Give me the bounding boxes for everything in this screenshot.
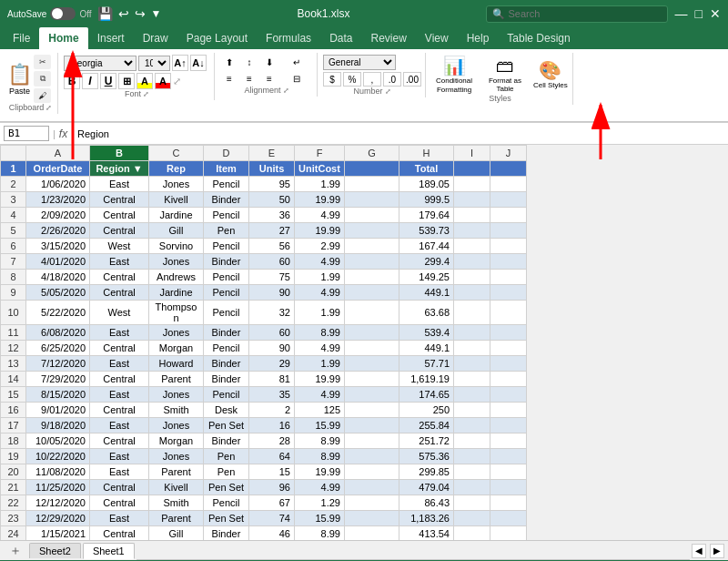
font-expand-icon[interactable]: ⤢ bbox=[143, 90, 149, 98]
sheet-tab-sheet1[interactable]: Sheet1 bbox=[83, 543, 135, 559]
currency-button[interactable]: $ bbox=[323, 72, 341, 87]
format-painter-button[interactable]: 🖌 bbox=[34, 88, 51, 103]
header-rep[interactable]: Rep bbox=[149, 161, 204, 177]
table-row: 4 2/09/2020 Central Jardine Pencil 36 4.… bbox=[1, 208, 527, 223]
clipboard-label: Clipboard ⤢ bbox=[7, 103, 54, 114]
col-header-i[interactable]: I bbox=[454, 146, 490, 161]
formula-input[interactable] bbox=[77, 128, 724, 139]
increase-decimal-button[interactable]: .0 bbox=[383, 72, 401, 87]
tab-data[interactable]: Data bbox=[320, 27, 361, 49]
col-header-g[interactable]: G bbox=[345, 146, 399, 161]
number-format-select[interactable]: General bbox=[323, 55, 396, 70]
search-input[interactable] bbox=[509, 8, 654, 19]
header-units[interactable]: Units bbox=[249, 161, 295, 177]
number-expand-icon[interactable]: ⤢ bbox=[385, 87, 391, 96]
col-header-h[interactable]: H bbox=[399, 146, 454, 161]
font-color-button[interactable]: A bbox=[155, 73, 171, 89]
function-wizard-btn[interactable]: fx bbox=[59, 128, 67, 140]
align-top-button[interactable]: ⬆ bbox=[220, 55, 238, 69]
sheet-tab-sheet2[interactable]: Sheet2 bbox=[29, 543, 81, 558]
conditional-formatting-button[interactable]: 📊 Conditional Formatting bbox=[431, 55, 477, 94]
close-btn[interactable]: ✕ bbox=[710, 6, 721, 21]
font-controls: Georgia 10 A↑ A↓ B I U ⊞ A A ⤢ bbox=[64, 55, 210, 89]
tab-formulas[interactable]: Formulas bbox=[257, 27, 320, 49]
tab-insert[interactable]: Insert bbox=[88, 27, 134, 49]
header-total[interactable]: Total bbox=[399, 161, 454, 177]
percent-button[interactable]: % bbox=[343, 72, 361, 87]
tab-view[interactable]: View bbox=[416, 27, 458, 49]
header-item[interactable]: Item bbox=[204, 161, 249, 177]
cut-button[interactable]: ✂ bbox=[34, 55, 51, 69]
header-region[interactable]: Region ▼ bbox=[90, 161, 149, 177]
data-header-row: 1 OrderDate Region ▼ Rep Item Units Unit… bbox=[1, 161, 527, 177]
decrease-font-button[interactable]: A↓ bbox=[190, 55, 207, 71]
cell-styles-icon: 🎨 bbox=[539, 59, 561, 81]
border-button[interactable]: ⊞ bbox=[118, 73, 135, 89]
italic-button[interactable]: I bbox=[82, 73, 98, 89]
autosave-toggle[interactable]: AutoSave Off bbox=[7, 7, 92, 20]
font-group: Georgia 10 A↑ A↓ B I U ⊞ A A ⤢ bbox=[60, 53, 215, 100]
alignment-top-row: ⬆ ↕ ⬇ ↵ bbox=[220, 55, 313, 69]
bold-button[interactable]: B bbox=[64, 73, 80, 89]
header-orderdate[interactable]: OrderDate bbox=[26, 161, 90, 177]
header-g[interactable] bbox=[345, 161, 399, 177]
col-header-f[interactable]: F bbox=[295, 146, 345, 161]
header-unitcost[interactable]: UnitCost bbox=[295, 161, 345, 177]
format-as-table-button[interactable]: 🗃 Format as Table bbox=[482, 56, 528, 94]
align-bottom-button[interactable]: ⬇ bbox=[260, 55, 278, 69]
align-center-button[interactable]: ≡ bbox=[240, 71, 258, 86]
format-as-table-label: Format as Table bbox=[482, 76, 528, 94]
col-header-j[interactable]: J bbox=[490, 146, 527, 161]
col-header-d[interactable]: D bbox=[204, 146, 249, 161]
paste-button[interactable]: 📋 Paste bbox=[7, 63, 32, 96]
sheet-scroll-right[interactable]: ▶ bbox=[710, 544, 724, 558]
maximize-btn[interactable]: □ bbox=[695, 6, 703, 21]
tab-review[interactable]: Review bbox=[361, 27, 415, 49]
add-sheet-button[interactable]: ＋ bbox=[4, 543, 27, 559]
col-header-c[interactable]: C bbox=[149, 146, 204, 161]
alignment-group: ⬆ ↕ ⬇ ↵ ≡ ≡ ≡ ⊟ Alignment ⤢ bbox=[217, 53, 318, 97]
merge-button[interactable]: ⊟ bbox=[280, 71, 313, 86]
save-icon[interactable]: 💾 bbox=[97, 6, 113, 21]
tab-table-design[interactable]: Table Design bbox=[498, 27, 579, 49]
comma-button[interactable]: , bbox=[363, 72, 381, 87]
font-size-select[interactable]: 10 bbox=[138, 56, 170, 71]
increase-font-button[interactable]: A↑ bbox=[172, 55, 188, 71]
alignment-expand-icon[interactable]: ⤢ bbox=[283, 87, 289, 95]
align-left-button[interactable]: ≡ bbox=[220, 71, 238, 86]
more-tools-icon[interactable]: ▼ bbox=[151, 7, 162, 20]
paste-label: Paste bbox=[9, 87, 30, 96]
minimize-btn[interactable]: — bbox=[675, 6, 688, 21]
fill-color-button[interactable]: A bbox=[136, 73, 153, 89]
ribbon: File Home Insert Draw Page Layout Formul… bbox=[0, 27, 728, 123]
tab-draw[interactable]: Draw bbox=[134, 27, 177, 49]
autosave-switch[interactable] bbox=[50, 7, 76, 20]
col-header-b[interactable]: B bbox=[90, 146, 149, 161]
tab-help[interactable]: Help bbox=[458, 27, 499, 49]
header-i[interactable] bbox=[454, 161, 490, 177]
align-right-button[interactable]: ≡ bbox=[260, 71, 278, 86]
decrease-decimal-button[interactable]: .00 bbox=[403, 72, 421, 87]
underline-button[interactable]: U bbox=[100, 73, 116, 89]
search-container: 🔍 bbox=[486, 5, 668, 23]
tab-file[interactable]: File bbox=[4, 27, 39, 49]
align-middle-button[interactable]: ↕ bbox=[240, 55, 258, 69]
tab-page-layout[interactable]: Page Layout bbox=[177, 27, 257, 49]
undo-icon[interactable]: ↩ bbox=[118, 6, 129, 21]
font-label: Font ⤢ bbox=[64, 89, 210, 100]
col-header-e[interactable]: E bbox=[249, 146, 295, 161]
sheet-scroll-left[interactable]: ◀ bbox=[692, 544, 706, 558]
header-j[interactable] bbox=[490, 161, 527, 177]
cell-reference-input[interactable] bbox=[4, 126, 49, 141]
copy-button[interactable]: ⧉ bbox=[34, 71, 51, 87]
spreadsheet-scroll[interactable]: A B C D E F G H I J 1 OrderDate Region bbox=[0, 145, 728, 540]
col-header-a[interactable]: A bbox=[26, 146, 90, 161]
font-name-select[interactable]: Georgia bbox=[64, 56, 136, 71]
copy-icon: ⧉ bbox=[40, 74, 46, 84]
cell-styles-button[interactable]: 🎨 Cell Styles bbox=[533, 59, 568, 90]
tab-home[interactable]: Home bbox=[39, 27, 87, 49]
clipboard-expand-icon[interactable]: ⤢ bbox=[46, 104, 52, 112]
table-row: 21 11/25/2020 Central Kivell Pen Set 96 … bbox=[1, 480, 527, 495]
wrap-text-button[interactable]: ↵ bbox=[280, 55, 313, 69]
redo-icon[interactable]: ↪ bbox=[135, 6, 146, 21]
